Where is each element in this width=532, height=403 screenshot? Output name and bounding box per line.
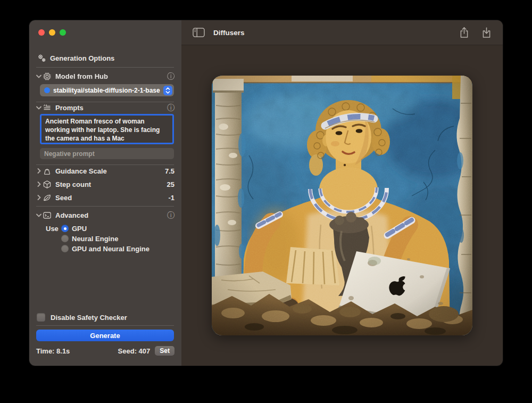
sidebar-title: Generation Options — [50, 54, 174, 62]
minimize-button[interactable] — [49, 29, 55, 36]
radio-option-gpu-and-neural-engine[interactable]: GPU and Neural Engine — [61, 244, 149, 253]
info-icon[interactable]: ⓘ — [167, 104, 174, 111]
chevron-down-icon[interactable] — [35, 106, 43, 110]
guidance-scale-row[interactable]: Guidance Scale 7.5 — [35, 166, 174, 176]
safety-checker-row[interactable]: Disable Safety Checker — [36, 312, 174, 323]
generated-image[interactable] — [212, 76, 472, 335]
sidebar-toggle-icon[interactable] — [192, 26, 205, 39]
text-quote-icon — [43, 103, 52, 112]
step-count-value: 25 — [167, 180, 174, 188]
radio-option-gpu[interactable]: GPU — [61, 224, 87, 233]
step-count-label: Step count — [55, 180, 167, 188]
chevron-down-icon[interactable] — [35, 213, 43, 217]
use-label: Use — [46, 224, 59, 233]
step-count-row[interactable]: Step count 25 — [35, 179, 174, 190]
titlebar: Diffusers — [181, 20, 503, 45]
set-seed-button[interactable]: Set — [155, 346, 174, 356]
safety-checker-label: Disable Safety Checker — [51, 314, 174, 322]
cube-icon — [43, 180, 52, 189]
divider — [36, 325, 174, 326]
model-select-value: stabilityai/stable-diffusion-2-1-base — [53, 87, 163, 94]
guidance-scale-label: Guidance Scale — [55, 167, 165, 175]
disable-safety-checkbox[interactable] — [37, 313, 45, 322]
prompts-row[interactable]: Prompts ⓘ — [35, 102, 174, 113]
save-download-icon[interactable] — [480, 26, 493, 39]
advanced-label: Advanced — [55, 211, 163, 219]
time-status: Time: 8.1s — [36, 347, 70, 355]
main-area: Diffusers — [181, 20, 503, 366]
radio-selected-icon[interactable] — [61, 225, 69, 232]
sidebar: Generation Options Model from Hub ⓘ stab… — [29, 20, 181, 366]
zoom-button[interactable] — [60, 29, 66, 36]
info-icon[interactable]: ⓘ — [167, 72, 174, 80]
model-status-dot — [44, 87, 50, 93]
seed-row[interactable]: Seed -1 — [35, 192, 174, 203]
seed-label: Seed — [55, 194, 168, 202]
info-icon[interactable]: ⓘ — [167, 211, 174, 219]
gears-icon — [37, 54, 46, 63]
model-select[interactable]: stabilityai/stable-diffusion-2-1-base — [40, 84, 174, 96]
generation-options-header: Generation Options — [37, 53, 174, 63]
divider — [36, 206, 174, 207]
select-stepper-icon[interactable] — [163, 86, 172, 95]
guidance-scale-value: 7.5 — [165, 167, 174, 175]
prompts-label: Prompts — [55, 104, 163, 112]
radio-label: Neural Engine — [72, 235, 118, 243]
seed-status: Seed: 407 — [118, 347, 151, 355]
chevron-right-icon[interactable] — [35, 195, 43, 200]
prompt-textarea[interactable]: Ancient Roman fresco of woman working wi… — [40, 114, 174, 144]
divider — [36, 67, 174, 68]
leaf-icon — [43, 193, 52, 202]
radio-option-neural-engine[interactable]: Neural Engine — [61, 234, 118, 243]
advanced-row[interactable]: Advanced ⓘ — [35, 210, 174, 220]
window-title: Diffusers — [213, 29, 458, 37]
generate-button[interactable]: Generate — [36, 330, 174, 341]
negative-prompt-input[interactable] — [40, 148, 174, 159]
chevron-right-icon[interactable] — [35, 168, 43, 174]
divider — [36, 165, 174, 165]
status-bar: Time: 8.1s Seed: 407 Set — [36, 346, 174, 356]
model-label: Model from Hub — [55, 72, 163, 80]
model-from-hub-row[interactable]: Model from Hub ⓘ — [35, 71, 174, 81]
scale-weight-icon — [43, 167, 52, 176]
app-window: Generation Options Model from Hub ⓘ stab… — [29, 20, 503, 366]
radio-label: GPU and Neural Engine — [72, 245, 149, 253]
radio-icon[interactable] — [61, 245, 69, 252]
radio-icon[interactable] — [61, 235, 69, 242]
radio-label: GPU — [72, 225, 87, 233]
seed-value: -1 — [168, 194, 174, 202]
chevron-right-icon[interactable] — [35, 182, 43, 187]
canvas-area — [181, 45, 503, 366]
terminal-icon — [43, 211, 52, 220]
traffic-lights — [38, 29, 66, 36]
chevron-down-icon[interactable] — [35, 75, 43, 78]
chip-icon — [43, 72, 52, 81]
close-button[interactable] — [38, 29, 45, 36]
share-icon[interactable] — [458, 26, 470, 39]
